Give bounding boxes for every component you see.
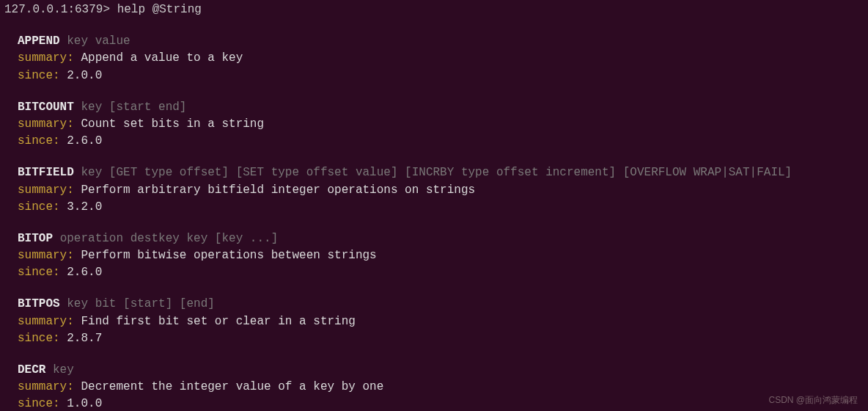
command-header: BITPOS key bit [start] [end]: [18, 296, 864, 313]
command-args: key [start end]: [81, 101, 186, 114]
command-block-bitop: BITOP operation destkey key [key ...] su…: [18, 230, 864, 282]
summary-label: summary:: [18, 183, 74, 197]
command-block-bitfield: BITFIELD key [GET type offset] [SET type…: [18, 164, 864, 216]
summary-label: summary:: [18, 315, 74, 328]
prompt-command: help @String: [117, 3, 202, 16]
command-name: DECR: [18, 363, 45, 377]
watermark: CSDN @面向鸿蒙编程: [768, 394, 858, 407]
command-name: BITOP: [18, 232, 53, 245]
since-label: since:: [18, 134, 60, 148]
summary-text: Count set bits in a string: [81, 117, 264, 131]
command-header: BITOP operation destkey key [key ...]: [18, 230, 864, 247]
since-label: since:: [18, 266, 60, 279]
since-text: 2.6.0: [67, 266, 102, 279]
command-args: operation destkey key [key ...]: [60, 232, 279, 245]
command-since-line: since: 1.0.0: [18, 396, 864, 411]
command-header: DECR key: [18, 362, 864, 379]
command-args: key value: [67, 34, 130, 48]
command-name: BITPOS: [18, 297, 60, 310]
command-args: key bit [start] [end]: [67, 297, 215, 310]
since-label: since:: [18, 332, 60, 345]
summary-text: Perform arbitrary bitfield integer opera…: [81, 183, 475, 197]
command-block-append: APPEND key value summary: Append a value…: [18, 33, 864, 84]
command-header: APPEND key value: [18, 33, 864, 50]
command-header: BITFIELD key [GET type offset] [SET type…: [18, 164, 864, 181]
command-block-bitcount: BITCOUNT key [start end] summary: Count …: [18, 99, 864, 150]
command-args: key: [53, 363, 74, 377]
summary-label: summary:: [18, 117, 74, 131]
command-since-line: since: 2.8.7: [18, 330, 864, 347]
summary-text: Perform bitwise operations between strin…: [81, 249, 376, 262]
command-summary-line: summary: Count set bits in a string: [18, 116, 864, 133]
command-summary-line: summary: Decrement the integer value of …: [18, 379, 864, 396]
command-block-decr: DECR key summary: Decrement the integer …: [18, 362, 864, 411]
since-text: 2.8.7: [67, 332, 102, 345]
command-name: BITFIELD: [18, 166, 74, 179]
command-summary-line: summary: Perform bitwise operations betw…: [18, 247, 864, 264]
since-label: since:: [18, 397, 60, 410]
summary-label: summary:: [18, 51, 74, 65]
prompt-host: 127.0.0.1:6379>: [4, 3, 110, 16]
command-block-bitpos: BITPOS key bit [start] [end] summary: Fi…: [18, 296, 864, 347]
command-summary-line: summary: Find first bit set or clear in …: [18, 313, 864, 330]
command-summary-line: summary: Perform arbitrary bitfield inte…: [18, 182, 864, 199]
summary-text: Append a value to a key: [81, 51, 243, 65]
summary-text: Find first bit set or clear in a string: [81, 315, 355, 328]
summary-label: summary:: [18, 249, 74, 262]
command-summary-line: summary: Append a value to a key: [18, 50, 864, 67]
command-since-line: since: 2.0.0: [18, 68, 864, 84]
since-text: 2.0.0: [67, 69, 102, 82]
command-header: BITCOUNT key [start end]: [18, 99, 864, 116]
since-label: since:: [18, 69, 60, 82]
command-args: key [GET type offset] [SET type offset v…: [81, 166, 792, 179]
command-name: BITCOUNT: [18, 101, 74, 114]
summary-text: Decrement the integer value of a key by …: [81, 380, 383, 393]
prompt-line[interactable]: 127.0.0.1:6379> help @String: [4, 1, 864, 18]
summary-label: summary:: [18, 380, 74, 393]
command-since-line: since: 3.2.0: [18, 199, 864, 216]
command-since-line: since: 2.6.0: [18, 264, 864, 281]
since-text: 2.6.0: [67, 134, 102, 148]
since-text: 3.2.0: [67, 200, 102, 214]
command-name: APPEND: [18, 34, 60, 48]
command-since-line: since: 2.6.0: [18, 133, 864, 150]
since-label: since:: [18, 200, 60, 214]
since-text: 1.0.0: [67, 397, 102, 410]
